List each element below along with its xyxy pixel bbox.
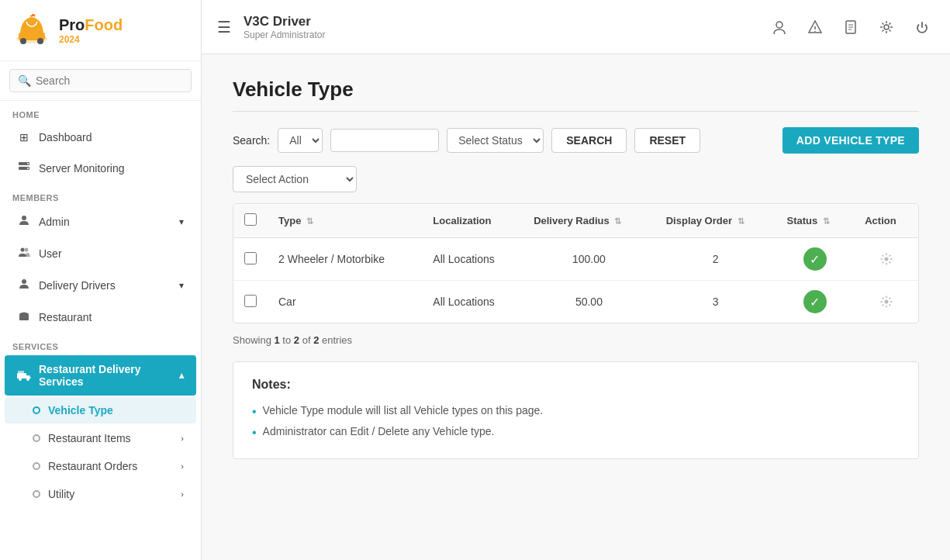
- section-members: MEMBERS: [0, 184, 201, 206]
- menu-toggle-icon[interactable]: ☰: [217, 18, 231, 36]
- search-button[interactable]: SEARCH: [551, 128, 627, 153]
- select-all-checkbox[interactable]: [244, 213, 257, 226]
- action-select[interactable]: Select Action Delete Selected: [233, 166, 357, 192]
- chevron-right-icon: ›: [181, 489, 184, 499]
- delivery-services-icon: [17, 368, 31, 383]
- main-area: ☰ V3C Driver Super Administrator Vehic: [202, 0, 950, 560]
- sidebar-item-label: User: [39, 247, 62, 260]
- sidebar-item-label: Delivery Drivers: [39, 279, 116, 292]
- row-action: [854, 238, 918, 281]
- add-vehicle-type-button[interactable]: ADD VEHICLE TYPE: [782, 127, 919, 154]
- note-item: Administrator can Edit / Delete any Vehi…: [252, 422, 900, 443]
- alert-icon[interactable]: [803, 15, 827, 40]
- svg-rect-12: [19, 314, 29, 320]
- section-services: SERVICES: [0, 333, 201, 354]
- chevron-up-icon: ▴: [179, 370, 184, 381]
- svg-point-3: [37, 38, 43, 44]
- row-checkbox[interactable]: [244, 252, 257, 264]
- showing-to: 2: [294, 334, 299, 346]
- sidebar-sub-item-label: Utility: [48, 488, 74, 500]
- logo-icon: [12, 11, 51, 50]
- header-title: V3C Driver Super Administrator: [244, 14, 755, 40]
- settings-icon[interactable]: [874, 15, 899, 40]
- row-delivery-radius: 100.00: [523, 238, 655, 281]
- sidebar-item-user[interactable]: User: [5, 238, 196, 268]
- document-icon[interactable]: [838, 15, 863, 40]
- restaurant-icon: [17, 309, 31, 324]
- svg-point-10: [25, 248, 29, 252]
- sub-dot: [33, 490, 40, 498]
- showing-from: 1: [275, 334, 280, 346]
- header: ☰ V3C Driver Super Administrator: [202, 0, 950, 54]
- chevron-right-icon: ›: [181, 434, 184, 443]
- action-gear-icon[interactable]: [865, 251, 907, 267]
- sidebar-item-label: Admin: [39, 216, 70, 228]
- sidebar-subitem-restaurant-orders[interactable]: Restaurant Orders ›: [5, 453, 196, 479]
- chevron-right-icon: ›: [181, 461, 184, 471]
- row-checkbox-cell: [233, 238, 268, 281]
- search-input[interactable]: [36, 74, 183, 87]
- sidebar-search-container: 🔍: [0, 61, 201, 101]
- action-bar: Select Action Delete Selected: [233, 166, 919, 192]
- action-gear-icon[interactable]: [865, 294, 907, 309]
- notes-title: Notes:: [252, 378, 900, 392]
- svg-point-24: [884, 25, 889, 29]
- sidebar-item-server-monitoring[interactable]: Server Monitoring: [5, 153, 196, 183]
- sidebar-item-restaurant[interactable]: Restaurant: [5, 302, 196, 332]
- sidebar-item-admin[interactable]: Admin ▾: [5, 206, 196, 237]
- row-delivery-radius: 50.00: [523, 281, 655, 323]
- search-text-input[interactable]: [330, 129, 439, 152]
- sidebar-item-delivery-drivers[interactable]: Delivery Drivers ▾: [5, 270, 196, 300]
- status-check-icon: ✓: [803, 290, 827, 313]
- col-display-order: Display Order ⇅: [655, 204, 776, 238]
- dashboard-icon: ⊞: [17, 131, 31, 143]
- sidebar-logo: ProFood 2024: [0, 0, 201, 61]
- driver-name: V3C Driver: [244, 14, 755, 29]
- table-row: Car All Locations 50.00 3 ✓: [233, 281, 918, 323]
- row-localization: All Locations: [422, 238, 523, 281]
- sidebar: ProFood 2024 🔍 HOME ⊞ Dashboard Server M…: [0, 0, 202, 560]
- driver-role: Super Administrator: [244, 29, 755, 40]
- search-all-select[interactable]: All: [278, 128, 323, 153]
- note-item: Vehicle Type module will list all Vehicl…: [252, 401, 900, 422]
- sidebar-sub-item-label: Vehicle Type: [48, 404, 113, 417]
- svg-point-11: [22, 279, 26, 284]
- row-type: 2 Wheeler / Motorbike: [268, 238, 422, 281]
- sub-dot: [33, 434, 40, 442]
- power-icon[interactable]: [910, 15, 934, 40]
- vehicle-type-table: Type ⇅ Localization Delivery Radius ⇅ Di…: [233, 203, 919, 323]
- col-localization: Localization: [422, 204, 523, 238]
- sidebar-item-label: Dashboard: [39, 131, 92, 143]
- sidebar-item-dashboard[interactable]: ⊞ Dashboard: [5, 123, 196, 151]
- chevron-down-icon: ▾: [179, 280, 184, 291]
- svg-point-19: [814, 30, 816, 32]
- notes-card: Notes: Vehicle Type module will list all…: [233, 361, 919, 459]
- sidebar-subitem-restaurant-items[interactable]: Restaurant Items ›: [5, 425, 196, 451]
- row-localization: All Locations: [422, 281, 523, 323]
- row-display-order: 2: [655, 238, 776, 281]
- sidebar-item-label: Restaurant: [39, 311, 92, 323]
- header-icons: [767, 15, 934, 40]
- admin-icon: [17, 214, 31, 229]
- logo-year: 2024: [59, 34, 123, 45]
- svg-point-15: [26, 378, 29, 381]
- sidebar-sub-item-label: Restaurant Orders: [48, 460, 137, 472]
- delivery-drivers-icon: [17, 278, 31, 292]
- sidebar-sub-item-label: Restaurant Items: [48, 432, 131, 444]
- row-checkbox[interactable]: [244, 295, 257, 307]
- user-profile-icon[interactable]: [767, 15, 792, 40]
- page-title: Vehicle Type: [233, 78, 919, 112]
- svg-point-25: [884, 258, 888, 261]
- sidebar-item-restaurant-delivery-services[interactable]: Restaurant Delivery Services ▴: [5, 355, 196, 396]
- col-action: Action: [854, 204, 918, 238]
- row-action: [854, 281, 918, 323]
- svg-point-2: [20, 38, 26, 44]
- svg-point-9: [21, 248, 25, 252]
- reset-button[interactable]: RESET: [634, 128, 700, 153]
- svg-point-14: [19, 378, 22, 381]
- sidebar-subitem-vehicle-type[interactable]: Vehicle Type: [5, 397, 196, 423]
- row-status: ✓: [776, 238, 854, 281]
- sidebar-subitem-utility[interactable]: Utility ›: [5, 481, 196, 507]
- sidebar-item-label: Restaurant Delivery Services: [39, 363, 171, 388]
- status-select[interactable]: Select Status Active Inactive: [447, 128, 544, 153]
